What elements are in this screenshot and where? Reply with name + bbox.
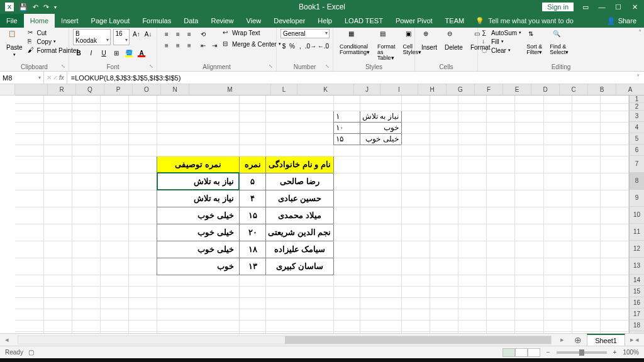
cell[interactable]: نجم الدین شریعتی	[266, 224, 334, 241]
cell[interactable]	[360, 297, 401, 309]
column-header[interactable]: O	[132, 84, 160, 95]
cell[interactable]	[239, 331, 265, 333]
macro-record-icon[interactable]: ▢	[28, 349, 34, 356]
cell[interactable]	[157, 133, 239, 145]
row-header[interactable]: 16	[630, 297, 644, 309]
row-header[interactable]: 18	[630, 320, 644, 331]
cell[interactable]	[458, 331, 487, 333]
ribbon-options-icon[interactable]: ▭	[581, 3, 590, 11]
cell[interactable]	[600, 286, 628, 297]
cell[interactable]	[72, 275, 101, 286]
formula-input[interactable]: =LOOKUP(L8,$J$3:$J$5,$I$3:$I$5)	[67, 72, 633, 84]
cell[interactable]	[15, 258, 43, 275]
cell[interactable]	[543, 331, 572, 333]
cell[interactable]	[543, 241, 572, 258]
cell[interactable]: ۱۳	[239, 258, 265, 275]
tab-review[interactable]: Review	[204, 14, 240, 28]
cell[interactable]	[15, 156, 43, 173]
cell[interactable]	[266, 111, 334, 122]
cell[interactable]	[101, 258, 129, 275]
cell[interactable]	[43, 103, 72, 111]
decrease-decimal-icon[interactable]: ←.0	[318, 41, 329, 51]
cell[interactable]	[401, 286, 430, 297]
cell[interactable]	[129, 224, 157, 241]
cell[interactable]	[487, 190, 515, 207]
cell[interactable]	[360, 258, 401, 275]
cell[interactable]: ۱۸	[239, 241, 265, 258]
cell[interactable]	[15, 331, 43, 333]
cell[interactable]	[129, 286, 157, 297]
cell[interactable]	[515, 173, 543, 190]
cell[interactable]	[600, 297, 628, 309]
normal-view-button[interactable]	[502, 348, 515, 357]
cell[interactable]	[266, 145, 334, 156]
cell[interactable]	[572, 96, 600, 103]
cell[interactable]	[101, 103, 129, 111]
cell[interactable]: خیلی خوب	[360, 133, 401, 145]
search-icon[interactable]: 🔍	[21, 358, 40, 362]
cancel-formula-icon[interactable]: ✕	[47, 74, 52, 81]
cell[interactable]	[572, 297, 600, 309]
align-middle-icon[interactable]: ≡	[172, 29, 184, 39]
row-header[interactable]: 12	[630, 241, 644, 258]
cell[interactable]	[101, 331, 129, 333]
cell[interactable]	[266, 133, 334, 145]
cell[interactable]	[157, 331, 239, 333]
column-header[interactable]: G	[446, 84, 474, 95]
sheet-tab[interactable]: Sheet1	[587, 334, 625, 346]
cell[interactable]	[360, 320, 401, 331]
cell[interactable]	[72, 331, 101, 333]
row-header[interactable]: 15	[630, 286, 644, 297]
cell[interactable]	[543, 190, 572, 207]
italic-icon[interactable]: I	[86, 48, 97, 58]
cell[interactable]	[239, 320, 265, 331]
column-header[interactable]: Q	[75, 84, 104, 95]
close-icon[interactable]: ✕	[630, 3, 639, 11]
cell[interactable]	[43, 297, 72, 309]
align-top-icon[interactable]: ≡	[161, 29, 172, 39]
cell[interactable]	[600, 133, 628, 145]
cell[interactable]	[543, 96, 572, 103]
cell[interactable]	[129, 241, 157, 258]
scroll-left-icon[interactable]: ◂	[5, 336, 9, 344]
cell[interactable]	[360, 286, 401, 297]
column-header[interactable]: M	[189, 84, 270, 95]
cell[interactable]	[458, 207, 487, 224]
cell[interactable]	[430, 190, 458, 207]
cell[interactable]	[157, 111, 239, 122]
cell[interactable]	[430, 145, 458, 156]
number-launcher-icon[interactable]: ⤡	[325, 63, 331, 70]
cell[interactable]	[543, 111, 572, 122]
cell[interactable]	[487, 145, 515, 156]
row-header[interactable]: 10	[630, 207, 644, 224]
cell[interactable]	[43, 156, 72, 173]
cell[interactable]	[543, 275, 572, 286]
font-name-select[interactable]: B Koodak	[73, 29, 111, 45]
cell[interactable]	[543, 297, 572, 309]
cell[interactable]	[401, 190, 430, 207]
cell[interactable]	[157, 275, 239, 286]
cell[interactable]	[430, 156, 458, 173]
cell[interactable]	[401, 309, 430, 320]
minimize-icon[interactable]: —	[597, 3, 606, 11]
cell[interactable]	[401, 156, 430, 173]
cell[interactable]	[333, 320, 360, 331]
cell[interactable]	[333, 224, 360, 241]
tab-load-test[interactable]: LOAD TEST	[338, 14, 389, 28]
cell[interactable]	[239, 145, 265, 156]
taskbar-app-3[interactable]: ◉	[97, 358, 116, 362]
cell[interactable]	[458, 122, 487, 133]
cell[interactable]	[239, 103, 265, 111]
cell[interactable]	[101, 145, 129, 156]
expand-formula-bar-icon[interactable]: ˅	[633, 74, 644, 82]
cell[interactable]	[239, 96, 265, 103]
cell[interactable]: ۴	[239, 190, 265, 207]
cell[interactable]	[360, 145, 401, 156]
cell[interactable]	[101, 241, 129, 258]
cell[interactable]	[129, 122, 157, 133]
cell[interactable]	[333, 275, 360, 286]
cell[interactable]	[101, 297, 129, 309]
cell[interactable]	[401, 331, 430, 333]
shrink-font-icon[interactable]: A↓	[143, 29, 153, 39]
taskbar-app-2[interactable]: ●	[78, 358, 97, 362]
